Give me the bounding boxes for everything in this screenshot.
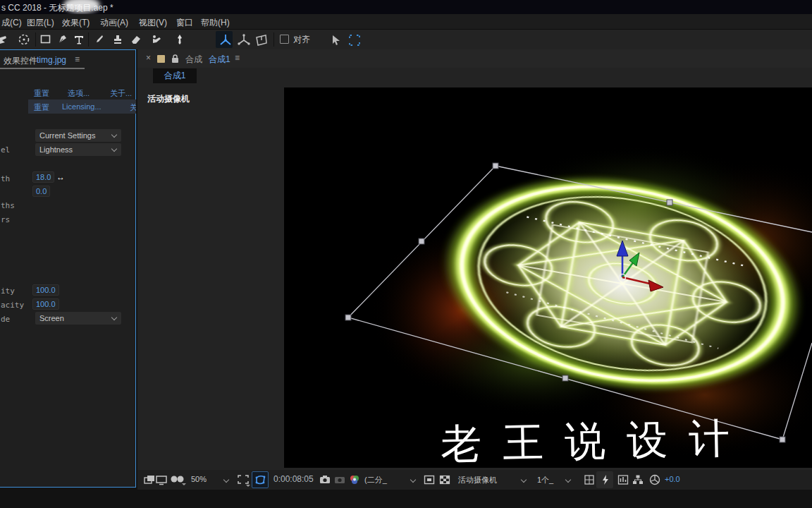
region-of-interest-icon[interactable] [236,473,252,488]
param-label-source-opacity: ity [1,286,15,296]
glow-opacity-value[interactable]: 100.0 [32,298,59,310]
reset-exposure-icon[interactable] [648,473,661,486]
target-region-icon[interactable] [423,473,436,486]
local-axis-mode-icon[interactable] [218,32,233,48]
snapshot-camera-icon[interactable] [319,473,331,486]
timeline-graph-icon[interactable] [617,473,629,486]
title-bar: s CC 2018 - 无标题项目.aep * [0,0,812,14]
comp-subtab[interactable]: 合成1 [153,68,197,83]
menu-window[interactable]: 窗口 [176,17,193,29]
always-preview-icon[interactable] [143,473,156,486]
app-window: s CC 2018 - 无标题项目.aep * 成(C) 图层(L) 效果(T)… [0,0,812,508]
show-channel-icon[interactable] [348,473,361,486]
composition-viewer-panel: × 合成 合成1 ≡ 合成1 活动摄像机 [137,49,812,490]
effect-controls-panel: 效果控件 timg.jpg ≡ 重置 选项... 关于... 重置 Licens… [0,49,136,488]
options-link[interactable]: 选项... [68,88,90,99]
licensing-link[interactable]: Licensing... [62,102,102,111]
toolbar-separator [273,32,274,47]
capture-region-icon [347,32,362,48]
transfer-mode-dropdown[interactable]: Screen [35,312,121,325]
param-label-glow-opacity: acity [1,301,24,310]
menu-effect[interactable]: 效果(T) [62,17,90,29]
active-camera-label: 活动摄像机 [147,93,190,105]
lock-icon[interactable] [171,54,180,64]
mask-path-visibility-icon[interactable] [254,473,267,487]
roto-brush-icon[interactable] [149,32,165,47]
chevron-down-icon[interactable] [521,477,527,483]
transparency-grid-icon[interactable] [438,473,451,486]
pen-tool-icon[interactable] [56,32,70,47]
fast-previews-icon[interactable] [599,473,612,486]
puppet-pin-icon[interactable] [173,32,187,47]
chevron-down-icon [111,146,117,152]
resolution-dropdown[interactable]: (二分_ [364,475,387,485]
brush-tool-icon[interactable] [92,32,106,47]
toolbar-separator [35,32,36,47]
3d-view-dropdown[interactable]: 活动摄像机 [458,475,497,485]
grid-guides-icon[interactable] [583,473,596,486]
video-watermark-text: 老王说设计 [440,410,808,468]
channel-dropdown[interactable]: Lightness [35,143,121,156]
chevron-down-icon[interactable] [223,477,229,483]
flowchart-icon[interactable] [632,473,644,486]
menu-layer[interactable]: 图层(L) [27,17,54,29]
panel-title: 效果控件 [4,55,37,67]
eraser-tool-icon[interactable] [129,32,143,47]
chevron-down-icon[interactable] [565,477,571,483]
channel-value: Lightness [39,145,73,154]
stereo-3d-view-icon[interactable] [169,473,186,486]
menu-bar: 成(C) 图层(L) 效果(T) 动画(A) 视图(V) 窗口 帮助(H) [0,14,812,30]
source-opacity-value[interactable]: 100.0 [32,284,59,296]
about-link[interactable]: 关于... [110,88,132,99]
tab-comp-name[interactable]: 合成1 [209,54,230,66]
param-label-channel: el [1,145,10,155]
reset-link[interactable]: 重置 [34,88,49,99]
length-value[interactable]: 18.0 [32,171,54,183]
align-checkbox[interactable] [280,35,289,44]
menu-view[interactable]: 视图(V) [139,17,167,29]
composition-canvas[interactable]: 老王说设计 [284,87,812,468]
boost-value[interactable]: 0.0 [32,186,50,197]
tool-bar: 对齐 [0,30,812,49]
view-axis-mode-icon[interactable] [254,32,269,48]
reset-link[interactable]: 重置 [34,102,49,113]
show-snapshot-icon[interactable] [333,473,346,486]
menu-help[interactable]: 帮助(H) [201,17,230,29]
world-axis-mode-icon[interactable] [236,32,252,48]
magnification-value[interactable]: 50% [191,475,207,483]
timeline-area-empty [0,490,812,508]
current-timecode[interactable]: 0:00:08:05 [273,474,314,484]
preset-value: Current Settings [39,131,95,140]
type-tool-icon[interactable] [72,32,86,47]
exposure-value[interactable]: +0.0 [665,475,680,483]
chevron-down-icon [111,315,117,320]
preset-dropdown[interactable]: Current Settings [35,129,121,142]
rotation-tool-icon[interactable] [17,32,31,47]
effect-controls-header[interactable]: 效果控件 timg.jpg ≡ [0,50,135,68]
effect-row-glow[interactable]: 重置 选项... 关于... [0,85,136,99]
rectangle-tool-icon[interactable] [39,32,53,47]
panel-menu-icon[interactable]: ≡ [75,54,80,64]
primary-viewer-icon[interactable] [155,473,168,486]
tab-panel-label: 合成 [185,54,202,66]
comp-swatch-icon [157,55,165,63]
hand-tool-icon[interactable] [0,32,10,47]
param-label-colors: rs [1,215,10,224]
source-layer-name: timg.jpg [37,55,66,65]
viewer-bottom-bar: 50% 0:00:08:05 [137,470,812,490]
chevron-down-icon [111,132,117,138]
cursor-overlay-icon [328,32,344,48]
view-layout-dropdown[interactable]: 1个_ [537,475,553,485]
clone-stamp-icon[interactable] [111,32,125,47]
menu-animation[interactable]: 动画(A) [100,17,128,29]
transfer-mode-value: Screen [39,314,64,322]
panel-menu-icon[interactable]: ≡ [235,53,240,63]
param-label-length: th [1,174,10,183]
param-label-lengths: ths [1,201,15,210]
align-label: 对齐 [293,34,310,46]
close-icon[interactable]: × [146,53,151,63]
chevron-down-icon[interactable] [410,477,416,483]
horizontal-drag-cursor-icon: ↔ [56,172,65,182]
effect-row-starglow[interactable]: 重置 Licensing... 关 [0,99,136,114]
menu-composition[interactable]: 成(C) [1,17,22,29]
